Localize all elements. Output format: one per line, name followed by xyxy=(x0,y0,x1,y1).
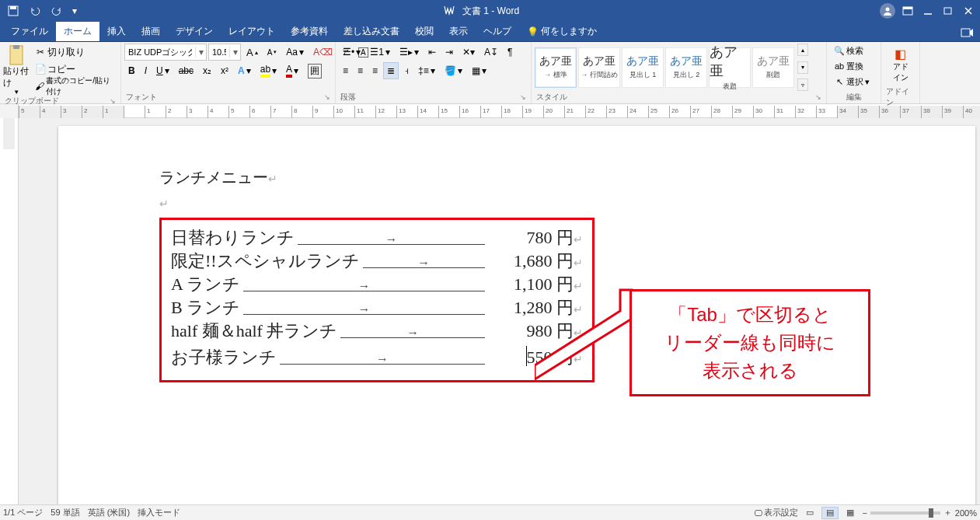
tab-design[interactable]: デザイン xyxy=(168,22,221,41)
numbering-button[interactable]: ☰1▾ xyxy=(366,44,394,61)
tab-layout[interactable]: レイアウト xyxy=(221,22,283,41)
share-button[interactable] xyxy=(954,22,980,41)
change-case-button[interactable]: Aa▾ xyxy=(282,44,308,61)
display-settings-button[interactable]: 🖵表示設定 xyxy=(754,507,798,518)
tab-view[interactable]: 表示 xyxy=(441,22,476,41)
zoom-out-button[interactable]: − xyxy=(862,508,867,518)
find-button[interactable]: 🔍検索 xyxy=(830,44,867,58)
view-web-layout[interactable]: ▦ xyxy=(842,507,859,519)
tab-draw[interactable]: 描画 xyxy=(134,22,168,41)
tab-mailings[interactable]: 差し込み文書 xyxy=(336,22,407,41)
text-effects-button[interactable]: A▾ xyxy=(234,62,255,79)
style-item-1[interactable]: あア亜→ 行間詰め xyxy=(578,47,620,88)
distribute-icon: ⫞ xyxy=(404,65,409,76)
undo-button[interactable] xyxy=(26,2,44,19)
cut-button[interactable]: ✂切り取り xyxy=(31,44,117,61)
select-button[interactable]: ↖選択▾ xyxy=(830,75,874,89)
align-left-icon: ≡ xyxy=(343,65,348,76)
format-painter-button[interactable]: 🖌書式のコピー/貼り付け xyxy=(31,78,117,95)
style-item-0[interactable]: あア亜→ 標準 xyxy=(535,47,577,88)
group-editing: 🔍検索 ab置換 ↖選択▾ 編集 xyxy=(827,42,881,103)
italic-button[interactable]: I xyxy=(141,62,151,79)
styles-dialog-launcher[interactable]: ↘ xyxy=(815,93,821,101)
ruler-vertical[interactable] xyxy=(0,118,19,504)
styles-expand[interactable]: ▿ xyxy=(797,79,808,91)
borders-button[interactable]: ▦▾ xyxy=(468,62,490,79)
zoom-level[interactable]: 200% xyxy=(955,508,977,518)
style-item-2[interactable]: あア亜見出し 1 xyxy=(622,47,664,88)
tell-me-search[interactable]: 💡 何をしますか xyxy=(519,22,605,41)
multilevel-list-button[interactable]: ☰▸▾ xyxy=(396,44,423,61)
styles-scroll-down[interactable]: ▾ xyxy=(797,61,808,74)
tab-insert[interactable]: 挿入 xyxy=(99,22,134,41)
justify-button[interactable]: ≣ xyxy=(383,62,399,79)
underline-button[interactable]: U▾ xyxy=(152,62,173,79)
paragraph-mark-icon: ↵ xyxy=(574,257,583,270)
lightbulb-icon: 💡 xyxy=(527,26,538,37)
replace-button[interactable]: ab置換 xyxy=(830,59,867,73)
decrease-indent-button[interactable]: ⇤ xyxy=(424,44,440,61)
asian-layout-button[interactable]: ✕▾ xyxy=(459,44,479,61)
highlight-button[interactable]: ab▾ xyxy=(256,62,281,79)
account-button[interactable] xyxy=(879,2,896,19)
character-border-button[interactable]: 囲 xyxy=(304,62,326,79)
line-spacing-button[interactable]: ‡≡▾ xyxy=(414,62,439,79)
style-item-4[interactable]: あア亜表題 xyxy=(709,47,751,88)
style-item-3[interactable]: あア亜見出し 2 xyxy=(665,47,707,88)
menu-item-name: A ランチ xyxy=(171,273,240,296)
maximize-button[interactable] xyxy=(940,2,957,19)
save-button[interactable] xyxy=(5,2,22,19)
status-page[interactable]: 1/1 ページ xyxy=(3,507,43,518)
ruler-horizontal[interactable]: 5432112345678910111213141516171819202122… xyxy=(0,104,980,118)
align-center-button[interactable]: ≡ xyxy=(354,62,367,79)
font-color-button[interactable]: A▾ xyxy=(282,62,302,79)
superscript-button[interactable]: x² xyxy=(217,62,232,79)
status-word-count[interactable]: 59 単語 xyxy=(51,507,79,518)
menu-item-name: 日替わりランチ xyxy=(171,226,295,250)
qat-customize-button[interactable]: ▾ xyxy=(70,2,79,19)
group-clipboard: 貼り付け ▼ ✂切り取り 📄コピー 🖌書式のコピー/貼り付け クリップボード↘ xyxy=(0,42,121,103)
style-item-5[interactable]: あア亜副題 xyxy=(752,47,794,88)
styles-scroll-up[interactable]: ▴ xyxy=(797,44,808,56)
ribbon-display-options-button[interactable] xyxy=(899,2,916,19)
shrink-font-button[interactable]: A▾ xyxy=(263,44,281,61)
svg-rect-8 xyxy=(961,29,970,37)
shading-button[interactable]: 🪣▾ xyxy=(441,62,466,79)
grow-font-button[interactable]: A▴ xyxy=(242,44,262,61)
clear-formatting-button[interactable]: A⌫ xyxy=(309,44,337,61)
bullets-button[interactable]: ☰•▾ xyxy=(339,44,364,61)
show-hide-marks-button[interactable]: ¶ xyxy=(504,44,516,61)
tab-help[interactable]: ヘルプ xyxy=(476,22,519,41)
zoom-slider[interactable] xyxy=(870,511,940,515)
group-addin: ◧ アド イン アドイン xyxy=(881,42,920,103)
tab-review[interactable]: 校閲 xyxy=(407,22,441,41)
status-insert-mode[interactable]: 挿入モード xyxy=(138,507,180,518)
close-button[interactable] xyxy=(960,2,977,19)
minimize-button[interactable] xyxy=(919,2,936,19)
strikethrough-button[interactable]: abc xyxy=(175,62,197,79)
zoom-in-button[interactable]: ＋ xyxy=(943,507,952,518)
redo-button[interactable] xyxy=(48,2,65,19)
svg-rect-10 xyxy=(13,45,19,49)
font-dialog-launcher[interactable]: ↘ xyxy=(324,93,330,101)
document-content[interactable]: ランチメニュー↵ ↵ 日替わりランチ→780 円↵限定!!スペシャルランチ→1,… xyxy=(159,165,595,382)
sort-button[interactable]: A↧ xyxy=(480,44,502,61)
distribute-button[interactable]: ⫞ xyxy=(400,62,413,79)
tab-references[interactable]: 参考資料 xyxy=(283,22,336,41)
view-read-mode[interactable]: ▭ xyxy=(801,507,818,519)
bold-button[interactable]: B xyxy=(124,62,139,79)
font-size-combo[interactable]: ▾ xyxy=(208,44,241,61)
addin-button[interactable]: ◧ アド イン xyxy=(889,48,912,87)
paste-button[interactable]: 貼り付け ▼ xyxy=(3,44,30,96)
subscript-button[interactable]: x₂ xyxy=(199,62,215,79)
tab-file[interactable]: ファイル xyxy=(3,22,56,41)
font-name-combo[interactable]: ▾ xyxy=(124,44,207,61)
align-left-button[interactable]: ≡ xyxy=(339,62,352,79)
paragraph-mark-icon: ↵ xyxy=(574,233,583,246)
status-language[interactable]: 英語 (米国) xyxy=(88,507,130,518)
paragraph-dialog-launcher[interactable]: ↘ xyxy=(520,93,526,101)
view-print-layout[interactable]: ▤ xyxy=(821,507,839,519)
tab-home[interactable]: ホーム xyxy=(56,22,99,41)
increase-indent-button[interactable]: ⇥ xyxy=(441,44,457,61)
align-right-button[interactable]: ≡ xyxy=(368,62,382,79)
